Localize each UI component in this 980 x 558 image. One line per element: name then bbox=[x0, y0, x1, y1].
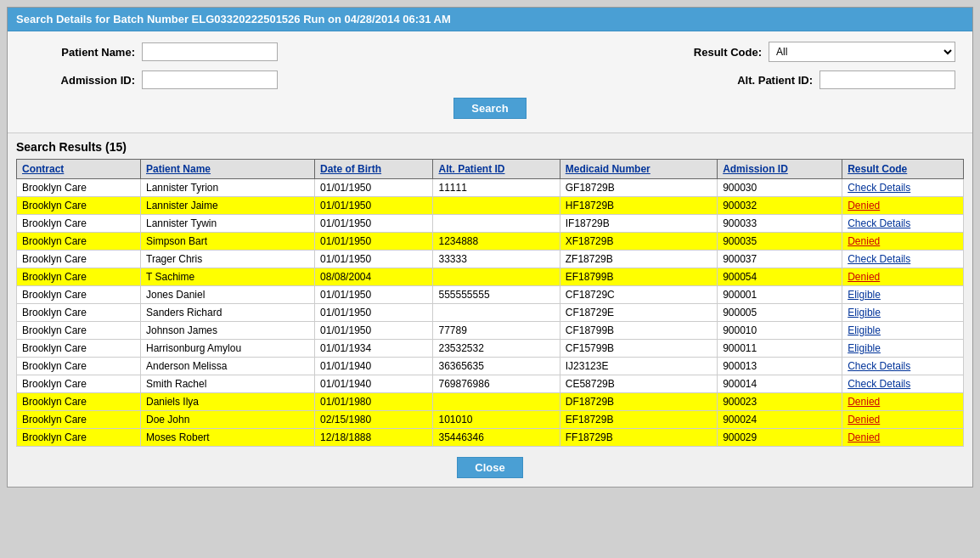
cell-contract: Brooklyn Care bbox=[17, 340, 141, 358]
cell-medicaid_number: IF18729B bbox=[560, 215, 717, 233]
result-code-link[interactable]: Denied bbox=[848, 235, 880, 247]
admission-id-input[interactable] bbox=[142, 70, 278, 89]
cell-dob: 01/01/1950 bbox=[315, 304, 433, 322]
cell-patient_name: Smith Rachel bbox=[141, 375, 315, 393]
cell-medicaid_number: FF18729B bbox=[560, 429, 717, 447]
cell-alt_patient_id bbox=[433, 215, 560, 233]
cell-patient_name: Sanders Richard bbox=[141, 304, 315, 322]
cell-medicaid_number: EF18729B bbox=[560, 411, 717, 429]
cell-alt_patient_id: 101010 bbox=[433, 411, 560, 429]
cell-dob: 02/15/1980 bbox=[315, 411, 433, 429]
cell-contract: Brooklyn Care bbox=[17, 233, 141, 251]
col-alt-patient-id[interactable]: Alt. Patient ID bbox=[433, 160, 560, 179]
form-row-patient: Patient Name: Result Code: All Denied El… bbox=[25, 42, 955, 62]
cell-contract: Brooklyn Care bbox=[17, 251, 141, 268]
cell-medicaid_number: DF18729B bbox=[560, 393, 717, 411]
col-patient-name[interactable]: Patient Name bbox=[141, 160, 315, 179]
result-code-link[interactable]: Denied bbox=[848, 396, 880, 408]
result-code-link[interactable]: Denied bbox=[848, 271, 880, 283]
main-container: Search Details for Batch Number ELG03320… bbox=[7, 7, 973, 488]
cell-medicaid_number: XF18729B bbox=[560, 233, 717, 251]
cell-patient_name: T Sachime bbox=[141, 268, 315, 286]
result-code-select[interactable]: All Denied Eligible Check Details bbox=[769, 42, 955, 62]
cell-admission_id: 900033 bbox=[718, 215, 842, 233]
cell-alt_patient_id: 23532532 bbox=[433, 340, 560, 358]
col-dob[interactable]: Date of Birth bbox=[315, 160, 433, 179]
cell-admission_id: 900013 bbox=[718, 358, 842, 375]
cell-dob: 01/01/1950 bbox=[315, 286, 433, 304]
result-code-link[interactable]: Check Details bbox=[848, 217, 910, 229]
cell-dob: 01/01/1980 bbox=[315, 393, 433, 411]
result-code-link[interactable]: Denied bbox=[848, 414, 880, 426]
page-title: Search Details for Batch Number ELG03320… bbox=[16, 13, 451, 25]
cell-patient_name: Doe John bbox=[141, 411, 315, 429]
table-row: Brooklyn CareDaniels Ilya01/01/1980DF187… bbox=[17, 393, 964, 411]
cell-medicaid_number: IJ23123E bbox=[560, 358, 717, 375]
result-code-link[interactable]: Eligible bbox=[848, 342, 881, 354]
cell-contract: Brooklyn Care bbox=[17, 197, 141, 215]
cell-result-code: Denied bbox=[842, 233, 964, 251]
cell-patient_name: Anderson Melissa bbox=[141, 358, 315, 375]
table-row: Brooklyn CareLannister Jaime01/01/1950HF… bbox=[17, 197, 964, 215]
col-medicaid-number[interactable]: Medicaid Number bbox=[560, 160, 717, 179]
result-code-link[interactable]: Eligible bbox=[848, 307, 881, 318]
cell-dob: 01/01/1950 bbox=[315, 197, 433, 215]
result-code-link[interactable]: Denied bbox=[848, 200, 880, 211]
cell-result-code: Denied bbox=[842, 429, 964, 447]
result-code-link[interactable]: Check Details bbox=[848, 378, 910, 390]
cell-admission_id: 900005 bbox=[718, 304, 842, 322]
patient-name-input[interactable] bbox=[142, 42, 278, 61]
table-row: Brooklyn CareT Sachime08/08/2004EF18799B… bbox=[17, 268, 964, 286]
col-admission-id[interactable]: Admission ID bbox=[718, 160, 842, 179]
cell-patient_name: Trager Chris bbox=[141, 251, 315, 268]
cell-contract: Brooklyn Care bbox=[17, 393, 141, 411]
table-row: Brooklyn CareTrager Chris01/01/195033333… bbox=[17, 251, 964, 268]
cell-medicaid_number: GF18729B bbox=[560, 179, 717, 197]
cell-result-code: Check Details bbox=[842, 251, 964, 268]
cell-admission_id: 900024 bbox=[718, 411, 842, 429]
close-btn-row: Close bbox=[8, 450, 972, 487]
table-row: Brooklyn CareSimpson Bart01/01/195012348… bbox=[17, 233, 964, 251]
cell-medicaid_number: CF18799B bbox=[560, 322, 717, 340]
cell-patient_name: Daniels Ilya bbox=[141, 393, 315, 411]
search-btn-row: Search bbox=[25, 98, 955, 119]
cell-admission_id: 900023 bbox=[718, 393, 842, 411]
table-row: Brooklyn CareDoe John02/15/1980101010EF1… bbox=[17, 411, 964, 429]
alt-patient-id-label: Alt. Patient ID: bbox=[702, 74, 813, 87]
admission-id-label: Admission ID: bbox=[25, 74, 135, 87]
cell-admission_id: 900010 bbox=[718, 322, 842, 340]
cell-contract: Brooklyn Care bbox=[17, 286, 141, 304]
cell-medicaid_number: EF18799B bbox=[560, 268, 717, 286]
result-code-link[interactable]: Eligible bbox=[848, 289, 881, 301]
cell-medicaid_number: CF18729C bbox=[560, 286, 717, 304]
cell-result-code: Denied bbox=[842, 197, 964, 215]
cell-admission_id: 900029 bbox=[718, 429, 842, 447]
cell-result-code: Eligible bbox=[842, 286, 964, 304]
col-result-code[interactable]: Result Code bbox=[842, 160, 964, 179]
cell-admission_id: 900032 bbox=[718, 197, 842, 215]
result-code-link[interactable]: Check Details bbox=[848, 182, 910, 194]
cell-admission_id: 900035 bbox=[718, 233, 842, 251]
cell-admission_id: 900054 bbox=[718, 268, 842, 286]
alt-patient-id-input[interactable] bbox=[819, 70, 955, 89]
cell-result-code: Denied bbox=[842, 268, 964, 286]
cell-alt_patient_id: 555555555 bbox=[433, 286, 560, 304]
cell-alt_patient_id bbox=[433, 268, 560, 286]
search-button[interactable]: Search bbox=[453, 98, 526, 119]
cell-result-code: Check Details bbox=[842, 358, 964, 375]
result-code-link[interactable]: Check Details bbox=[848, 253, 910, 265]
result-code-link[interactable]: Eligible bbox=[848, 324, 881, 336]
result-code-link[interactable]: Denied bbox=[848, 431, 880, 443]
title-bar: Search Details for Batch Number ELG03320… bbox=[8, 8, 972, 31]
col-contract[interactable]: Contract bbox=[17, 160, 141, 179]
cell-result-code: Check Details bbox=[842, 375, 964, 393]
result-code-link[interactable]: Check Details bbox=[848, 360, 910, 372]
close-button[interactable]: Close bbox=[457, 457, 522, 478]
cell-admission_id: 900014 bbox=[718, 375, 842, 393]
cell-patient_name: Lannister Jaime bbox=[141, 197, 315, 215]
cell-dob: 01/01/1950 bbox=[315, 179, 433, 197]
cell-alt_patient_id bbox=[433, 393, 560, 411]
cell-patient_name: Lannister Tyrion bbox=[141, 179, 315, 197]
cell-patient_name: Lannister Tywin bbox=[141, 215, 315, 233]
cell-medicaid_number: CE58729B bbox=[560, 375, 717, 393]
